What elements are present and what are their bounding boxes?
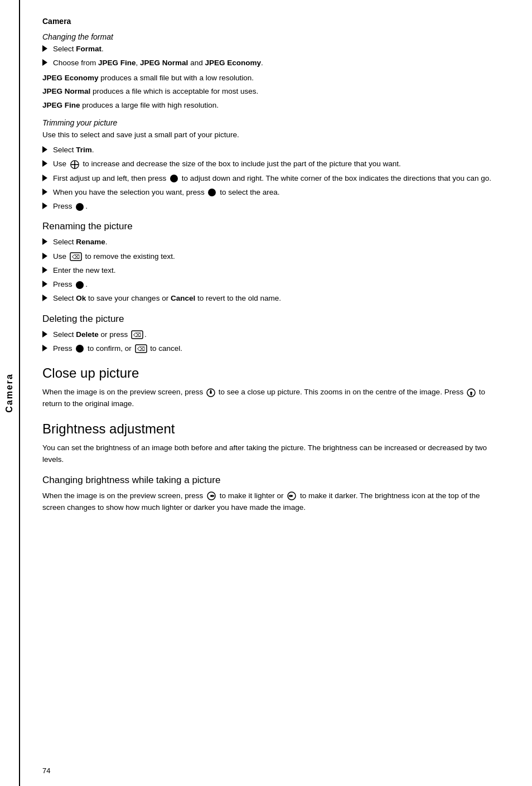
svg-point-16 — [76, 345, 84, 353]
list-item: Choose from JPEG Fine, JPEG Normal and J… — [42, 57, 504, 69]
list-item: Press . — [42, 279, 504, 290]
svg-point-13 — [76, 281, 84, 289]
list-item-text: Select Rename. — [53, 237, 108, 248]
list-item: Select Ok to save your changes or Cancel… — [42, 293, 504, 304]
list-item: Select Format. — [42, 44, 504, 55]
list-item-text: Press to confirm, or ⌫ to cancel. — [53, 343, 182, 354]
svg-point-10 — [76, 203, 84, 211]
list-item-text: Press . — [53, 201, 88, 212]
list-item-text: First adjust up and left, then press to … — [53, 173, 491, 184]
bullet-triangle — [42, 202, 47, 209]
svg-point-23 — [470, 392, 472, 394]
circle-ok-icon — [75, 344, 84, 353]
list-item: Select Trim. — [42, 144, 504, 156]
bullet-triangle — [42, 295, 47, 301]
close-up-body: When the image is on the preview screen,… — [42, 387, 504, 410]
list-item-text: Select Ok to save your changes or Cancel… — [53, 293, 281, 304]
deleting-list: Select Delete or press ⌫ . Press to conf… — [42, 329, 504, 355]
circle-ok-icon — [170, 174, 178, 183]
list-item-text: Press . — [53, 279, 88, 290]
list-item-text: Select Trim. — [53, 144, 94, 156]
brightness-sub-body: When the image is on the preview screen,… — [42, 490, 504, 514]
svg-marker-5 — [74, 166, 75, 168]
back-icon: ⌫ — [70, 252, 82, 261]
bullet-triangle — [42, 59, 47, 66]
list-item-text: Choose from JPEG Fine, JPEG Normal and J… — [53, 57, 263, 69]
jpeg-economy-note: JPEG Economy produces a small file but w… — [42, 73, 504, 84]
list-item: Select Delete or press ⌫ . — [42, 329, 504, 340]
list-item: First adjust up and left, then press to … — [42, 173, 504, 184]
trimming-heading: Trimming your picture — [42, 118, 504, 127]
svg-marker-4 — [74, 161, 75, 163]
close-up-heading: Close up picture — [42, 365, 504, 381]
page-title: Camera — [42, 17, 504, 26]
sidebar-label: Camera — [4, 373, 14, 413]
joystick-up-icon — [206, 388, 215, 397]
svg-marker-29 — [288, 495, 291, 498]
right-icon — [206, 491, 216, 500]
circle-ok-icon — [75, 202, 84, 211]
jpeg-normal-note: JPEG Normal produces a file which is acc… — [42, 86, 504, 98]
main-content: Camera Changing the format Select Format… — [20, 0, 532, 786]
bullet-triangle — [42, 253, 47, 259]
brightness-sub-heading: Changing brightness while taking a pictu… — [42, 475, 504, 486]
deleting-heading: Deleting the picture — [42, 314, 504, 325]
bullet-triangle — [42, 146, 47, 153]
svg-point-8 — [170, 175, 178, 182]
list-item-text: Enter the new text. — [53, 265, 116, 276]
left-icon — [287, 491, 297, 500]
bullet-triangle — [42, 45, 47, 52]
svg-text:⌫: ⌫ — [133, 332, 141, 338]
sidebar: Camera — [0, 0, 20, 786]
list-item-text: Use to increase and decrease the size of… — [53, 158, 401, 170]
list-item-text: When you have the selection you want, pr… — [53, 187, 279, 198]
changing-format-heading: Changing the format — [42, 32, 504, 41]
svg-text:⌫: ⌫ — [72, 254, 80, 260]
svg-point-26 — [210, 495, 212, 497]
list-item: Press . — [42, 201, 504, 212]
back-icon: ⌫ — [135, 344, 147, 353]
trimming-intro: Use this to select and save just a small… — [42, 129, 504, 141]
svg-marker-7 — [76, 164, 78, 166]
svg-marker-27 — [212, 495, 215, 498]
joystick-icon — [70, 160, 80, 170]
renaming-list: Select Rename. Use ⌫ to remove the exist… — [42, 237, 504, 304]
list-item: Press to confirm, or ⌫ to cancel. — [42, 343, 504, 354]
svg-point-20 — [210, 392, 212, 394]
changing-format-list: Select Format. Choose from JPEG Fine, JP… — [42, 44, 504, 69]
list-item-text: Select Delete or press ⌫ . — [53, 329, 147, 340]
list-item-text: Select Format. — [53, 44, 104, 55]
circle-ok-icon — [75, 281, 84, 290]
list-item: Use to increase and decrease the size of… — [42, 158, 504, 170]
joystick-down-icon — [467, 388, 476, 397]
bullet-triangle — [42, 281, 47, 287]
list-item-text: Use ⌫ to remove the existing text. — [53, 251, 175, 262]
brightness-heading: Brightness adjustment — [42, 421, 504, 437]
bullet-triangle — [42, 331, 47, 337]
circle-ok-icon — [207, 188, 216, 197]
bullet-triangle — [42, 160, 47, 167]
bullet-triangle — [42, 189, 47, 195]
svg-point-9 — [208, 189, 216, 196]
page-container: Camera Camera Changing the format Select… — [0, 0, 532, 786]
svg-marker-6 — [71, 164, 72, 166]
bullet-triangle — [42, 175, 47, 181]
svg-point-30 — [291, 495, 293, 497]
svg-marker-21 — [210, 389, 212, 392]
back-icon: ⌫ — [131, 330, 143, 339]
list-item: Enter the new text. — [42, 265, 504, 276]
bullet-triangle — [42, 267, 47, 273]
list-item: Use ⌫ to remove the existing text. — [42, 251, 504, 262]
list-item: Select Rename. — [42, 237, 504, 248]
trimming-list: Select Trim. Use to i — [42, 144, 504, 212]
bullet-triangle — [42, 345, 47, 351]
jpeg-fine-note: JPEG Fine produces a large file with hig… — [42, 100, 504, 112]
bullet-triangle — [42, 238, 47, 245]
renaming-heading: Renaming the picture — [42, 221, 504, 232]
svg-marker-24 — [470, 394, 472, 396]
svg-point-3 — [74, 163, 76, 166]
brightness-body: You can set the brightness of an image b… — [42, 442, 504, 466]
list-item: When you have the selection you want, pr… — [42, 187, 504, 198]
svg-text:⌫: ⌫ — [137, 346, 145, 352]
page-number: 74 — [42, 766, 50, 775]
